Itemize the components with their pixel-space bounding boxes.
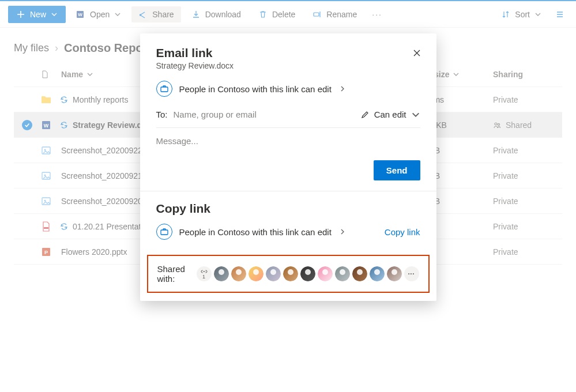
- person-avatar[interactable]: [283, 266, 298, 281]
- copy-permission-text: People in Contoso with this link can edi…: [179, 227, 332, 237]
- permission-scope-button[interactable]: People in Contoso with this link can edi…: [156, 81, 420, 97]
- link-count-badge[interactable]: 1: [197, 266, 212, 281]
- copy-permission-scope-button[interactable]: People in Contoso with this link can edi…: [156, 224, 345, 240]
- svg-rect-18: [161, 230, 168, 235]
- chevron-right-icon: [340, 86, 345, 92]
- briefcase-icon: [156, 81, 172, 97]
- person-avatar[interactable]: [249, 266, 263, 281]
- permission-text: People in Contoso with this link can edi…: [179, 84, 332, 94]
- copy-link-section: Copy link People in Contoso with this li…: [140, 191, 436, 251]
- person-avatar[interactable]: [318, 266, 333, 281]
- shared-with-avatars: 1···: [197, 266, 419, 281]
- more-people-button[interactable]: ···: [404, 266, 419, 281]
- briefcase-icon: [156, 224, 172, 240]
- message-input[interactable]: Message...: [156, 128, 420, 160]
- person-avatar[interactable]: [300, 266, 315, 281]
- recipients-row: To: Name, group or email Can edit: [156, 110, 420, 128]
- svg-rect-17: [161, 87, 168, 92]
- person-avatar[interactable]: [387, 266, 402, 281]
- person-avatar[interactable]: [370, 266, 385, 281]
- email-link-title: Email link: [156, 46, 420, 60]
- close-icon: [412, 48, 421, 58]
- chevron-right-icon: [340, 229, 345, 235]
- permission-level-button[interactable]: Can edit: [360, 110, 420, 119]
- pencil-icon: [360, 110, 370, 119]
- copy-link-title: Copy link: [156, 202, 420, 216]
- shared-with-section: Shared with: 1···: [147, 255, 430, 293]
- shared-with-label: Shared with:: [157, 264, 190, 284]
- person-avatar[interactable]: [352, 266, 367, 281]
- chevron-down-icon: [411, 110, 420, 119]
- permission-level-label: Can edit: [374, 110, 406, 119]
- dialog-filename: Strategy Review.docx: [156, 61, 420, 70]
- to-label: To:: [156, 110, 168, 119]
- person-avatar[interactable]: [214, 266, 229, 281]
- person-avatar[interactable]: [231, 266, 246, 281]
- person-avatar[interactable]: [335, 266, 350, 281]
- email-link-section: Email link Strategy Review.docx People i…: [140, 33, 436, 191]
- person-avatar[interactable]: [266, 266, 281, 281]
- copy-link-button[interactable]: Copy link: [385, 227, 420, 237]
- close-button[interactable]: [410, 46, 424, 60]
- share-dialog: Email link Strategy Review.docx People i…: [140, 33, 436, 301]
- send-button[interactable]: Send: [374, 160, 420, 180]
- recipients-input[interactable]: Name, group or email: [174, 110, 355, 119]
